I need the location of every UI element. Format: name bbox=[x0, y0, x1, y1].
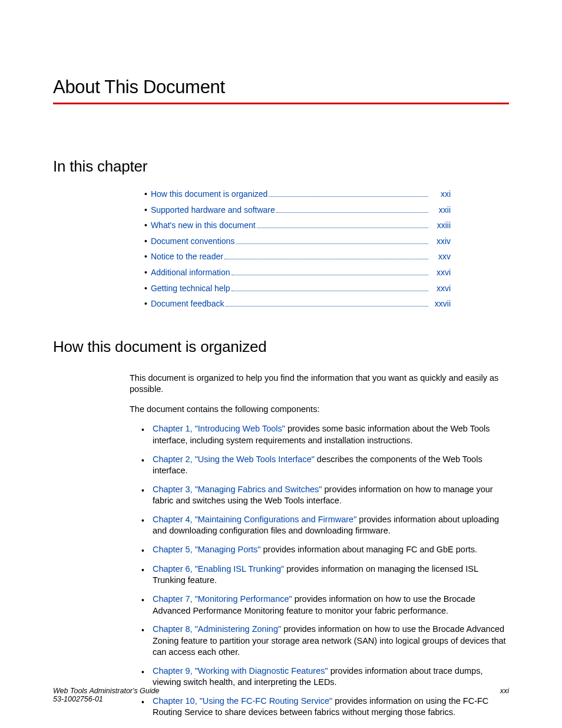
toc-leader-dots bbox=[232, 291, 428, 291]
toc-leader-dots bbox=[232, 275, 428, 275]
toc-link[interactable]: Document feedback bbox=[151, 296, 224, 312]
chapter-text: Chapter 5, "Managing Ports" provides inf… bbox=[153, 544, 509, 556]
bullet-icon: • bbox=[144, 249, 147, 265]
bullet-icon: • bbox=[144, 265, 147, 281]
toc-link[interactable]: Notice to the reader bbox=[151, 249, 223, 265]
toc-link[interactable]: How this document is organized bbox=[151, 186, 267, 202]
chapter-text: Chapter 2, "Using the Web Tools Interfac… bbox=[153, 454, 509, 477]
list-item: •Chapter 2, "Using the Web Tools Interfa… bbox=[141, 454, 509, 477]
chapter-description: provides information about managing FC a… bbox=[261, 545, 478, 554]
toc-page-number[interactable]: xxii bbox=[431, 202, 451, 218]
toc-page-number[interactable]: xxvii bbox=[431, 296, 451, 312]
toc-leader-dots bbox=[236, 243, 428, 244]
section-heading-in-this-chapter: In this chapter bbox=[53, 157, 509, 176]
chapter-text: Chapter 9, "Working with Diagnostic Feat… bbox=[153, 666, 509, 689]
chapter-link[interactable]: Chapter 5, "Managing Ports" bbox=[153, 545, 261, 554]
list-item: •Chapter 6, "Enabling ISL Trunking" prov… bbox=[141, 564, 509, 587]
chapter-text: Chapter 7, "Monitoring Performance" prov… bbox=[153, 594, 509, 617]
bullet-icon: • bbox=[141, 455, 144, 477]
chapter-link[interactable]: Chapter 8, "Administering Zoning" bbox=[153, 624, 281, 634]
footer-doc-number: 53-1002756-01 bbox=[53, 695, 159, 703]
toc-row: •Document feedbackxxvii bbox=[144, 296, 451, 312]
bullet-icon: • bbox=[141, 485, 144, 507]
bullet-icon: • bbox=[144, 218, 147, 233]
section-heading-how-organized: How this document is organized bbox=[53, 338, 509, 356]
list-item: •Chapter 8, "Administering Zoning" provi… bbox=[141, 624, 509, 658]
bullet-icon: • bbox=[144, 281, 147, 297]
toc-row: •How this document is organizedxxi bbox=[144, 186, 451, 202]
bullet-icon: • bbox=[144, 202, 147, 218]
chapter-text: Chapter 1, "Introducing Web Tools" provi… bbox=[153, 423, 509, 446]
list-item: •Chapter 5, "Managing Ports" provides in… bbox=[141, 544, 509, 556]
chapter-link[interactable]: Chapter 4, "Maintaining Configurations a… bbox=[153, 515, 356, 524]
page-footer: Web Tools Administrator's Guide 53-10027… bbox=[53, 687, 509, 703]
toc-row: •Document conventionsxxiv bbox=[144, 233, 451, 249]
bullet-icon: • bbox=[141, 595, 144, 617]
bullet-icon: • bbox=[144, 296, 147, 312]
page-title: About This Document bbox=[53, 77, 509, 98]
toc-page-number[interactable]: xxvi bbox=[431, 281, 451, 297]
chapter-link[interactable]: Chapter 1, "Introducing Web Tools" bbox=[153, 424, 285, 433]
list-item: •Chapter 4, "Maintaining Configurations … bbox=[141, 514, 509, 537]
toc-row: •What's new in this documentxxiii bbox=[144, 218, 451, 233]
title-rule bbox=[53, 103, 509, 104]
list-item: •Chapter 1, "Introducing Web Tools" prov… bbox=[141, 423, 509, 446]
toc-list: •How this document is organizedxxi•Suppo… bbox=[144, 186, 451, 312]
list-item: •Chapter 9, "Working with Diagnostic Fea… bbox=[141, 666, 509, 689]
bullet-icon: • bbox=[141, 667, 144, 689]
toc-row: •Additional informationxxvi bbox=[144, 265, 451, 281]
chapter-list: •Chapter 1, "Introducing Web Tools" prov… bbox=[141, 423, 509, 719]
footer-doc-title: Web Tools Administrator's Guide bbox=[53, 687, 159, 695]
list-item: •Chapter 3, "Managing Fabrics and Switch… bbox=[141, 484, 509, 507]
chapter-link[interactable]: Chapter 6, "Enabling ISL Trunking" bbox=[153, 564, 284, 574]
toc-link[interactable]: Supported hardware and software bbox=[151, 202, 275, 218]
toc-page-number[interactable]: xxiii bbox=[431, 218, 451, 233]
toc-row: •Supported hardware and softwarexxii bbox=[144, 202, 451, 218]
bullet-icon: • bbox=[141, 424, 144, 446]
toc-link[interactable]: Getting technical help bbox=[151, 281, 230, 297]
chapter-link[interactable]: Chapter 9, "Working with Diagnostic Feat… bbox=[153, 666, 328, 676]
toc-page-number[interactable]: xxi bbox=[431, 186, 451, 202]
toc-link[interactable]: Additional information bbox=[151, 265, 230, 281]
toc-leader-dots bbox=[257, 228, 428, 228]
intro-paragraph-2: The document contains the following comp… bbox=[130, 404, 509, 416]
toc-leader-dots bbox=[224, 259, 428, 259]
chapter-link[interactable]: Chapter 7, "Monitoring Performance" bbox=[153, 594, 292, 604]
bullet-icon: • bbox=[144, 233, 147, 249]
intro-paragraph-1: This document is organized to help you f… bbox=[130, 373, 509, 396]
chapter-text: Chapter 8, "Administering Zoning" provid… bbox=[153, 624, 509, 658]
toc-leader-dots bbox=[225, 306, 428, 307]
bullet-icon: • bbox=[141, 545, 144, 556]
footer-page-number: xxi bbox=[500, 687, 509, 703]
chapter-text: Chapter 3, "Managing Fabrics and Switche… bbox=[153, 484, 509, 507]
toc-page-number[interactable]: xxiv bbox=[431, 233, 451, 249]
toc-leader-dots bbox=[276, 212, 428, 213]
bullet-icon: • bbox=[144, 186, 147, 202]
toc-row: •Notice to the readerxxv bbox=[144, 249, 451, 265]
chapter-link[interactable]: Chapter 3, "Managing Fabrics and Switche… bbox=[153, 485, 322, 494]
toc-page-number[interactable]: xxv bbox=[431, 249, 451, 265]
bullet-icon: • bbox=[141, 515, 144, 537]
list-item: •Chapter 7, "Monitoring Performance" pro… bbox=[141, 594, 509, 617]
toc-link[interactable]: What's new in this document bbox=[151, 218, 256, 233]
chapter-text: Chapter 4, "Maintaining Configurations a… bbox=[153, 514, 509, 537]
bullet-icon: • bbox=[141, 565, 144, 587]
bullet-icon: • bbox=[141, 625, 144, 658]
toc-row: •Getting technical helpxxvi bbox=[144, 281, 451, 297]
chapter-link[interactable]: Chapter 2, "Using the Web Tools Interfac… bbox=[153, 454, 315, 464]
toc-link[interactable]: Document conventions bbox=[151, 233, 234, 249]
toc-leader-dots bbox=[269, 196, 428, 197]
toc-page-number[interactable]: xxvi bbox=[431, 265, 451, 281]
chapter-text: Chapter 6, "Enabling ISL Trunking" provi… bbox=[153, 564, 509, 587]
